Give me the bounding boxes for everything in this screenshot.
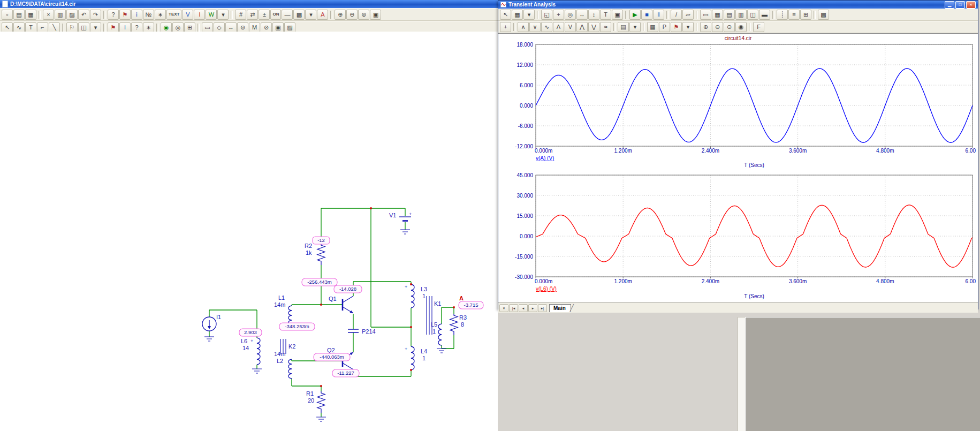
scale-mode[interactable]: ◱ [541, 10, 552, 20]
polygon-tool[interactable]: ▱ [682, 10, 694, 20]
text-mode[interactable]: T [25, 22, 36, 33]
copy[interactable]: ▥ [55, 10, 66, 20]
legend-1[interactable]: v(A) (V) [536, 155, 554, 161]
flag-mode[interactable]: ⚐ [66, 22, 78, 33]
schematic-editor[interactable]: V1 + R2 1k Q1 L1 14m K2 L6 14 I1 P214 Q2… [0, 32, 498, 431]
go-to-dropdown[interactable]: ▾ [629, 22, 641, 32]
resistor-r2[interactable] [317, 244, 325, 265]
text-tool[interactable]: T [600, 10, 611, 20]
node-numbers[interactable]: # [235, 10, 246, 20]
zoom-in[interactable]: ⊕ [700, 22, 711, 32]
resistor-r3[interactable] [450, 314, 458, 335]
undo[interactable]: ↶ [78, 10, 89, 20]
part-probe[interactable]: ◎ [172, 22, 184, 33]
open-file[interactable]: ▤ [13, 10, 25, 20]
node-voltage-l6-top[interactable]: 2.903 [239, 329, 262, 336]
help-mode[interactable]: ? [131, 22, 142, 33]
animate-current[interactable]: I [194, 10, 205, 20]
pin-connections[interactable]: ⊞ [184, 22, 195, 33]
inductor-l5[interactable] [438, 324, 442, 345]
node-voltage-q2-collector[interactable]: -11.227 [332, 369, 359, 377]
component-dropdown[interactable]: ▾ [90, 22, 101, 33]
box-select[interactable]: ▭ [202, 22, 213, 33]
search[interactable]: ⊚ [237, 22, 248, 33]
region-flag[interactable]: ⚑ [108, 22, 119, 33]
inductor-l4[interactable] [411, 346, 414, 370]
layers[interactable]: ▣ [370, 10, 381, 20]
go-to-x[interactable]: ▤ [618, 22, 629, 32]
current-arrows[interactable]: ⇄ [247, 10, 258, 20]
next-slope-up[interactable]: Λ [553, 22, 564, 32]
attributes[interactable]: ∗ [155, 10, 166, 20]
graph-select[interactable]: ▦ [512, 10, 523, 20]
node-voltage-l1-bottom[interactable]: -348.253m [279, 323, 315, 330]
ta-titlebar[interactable]: Transient Analysis ▁□× [498, 1, 978, 9]
single-panel[interactable]: ▭ [700, 10, 711, 20]
schematic-canvas[interactable]: V1 + R2 1k Q1 L1 14m K2 L6 14 I1 P214 Q2… [0, 32, 498, 431]
find-part[interactable]: ? [108, 10, 119, 20]
send-back[interactable]: ▨ [284, 22, 295, 33]
close-button[interactable]: × [966, 1, 976, 9]
power-on[interactable]: ON [270, 10, 281, 20]
transistor-q1[interactable] [343, 296, 353, 313]
vertical-panels[interactable]: ▥ [735, 10, 747, 20]
tab-main[interactable]: Main [549, 304, 571, 312]
bring-front[interactable]: ▣ [272, 22, 284, 33]
autoscale[interactable]: ◉ [735, 22, 747, 32]
component-browser[interactable]: ◫ [78, 22, 89, 33]
pan-tool[interactable]: ◇ [214, 22, 225, 33]
inductor-l1[interactable] [288, 306, 292, 325]
mirror[interactable]: M [249, 22, 260, 33]
wide-panel[interactable]: ▬ [759, 10, 770, 20]
zoom-out[interactable]: ⊖ [712, 22, 723, 32]
picture-tool[interactable]: ▣ [612, 10, 623, 20]
node-voltage-rail[interactable]: -12 [313, 237, 330, 244]
color-palette[interactable]: A [317, 10, 328, 20]
save-file[interactable]: ▦ [25, 10, 36, 20]
graph-dropdown[interactable]: ▾ [523, 10, 535, 20]
waveform-plots[interactable]: circuit14.cir 18.00012.0006.0000.000-6.0… [499, 34, 977, 301]
animate-dropdown[interactable]: ▾ [217, 10, 229, 20]
node-voltage-q1-collector[interactable]: -14.028 [334, 285, 362, 293]
inductor-l6[interactable] [257, 338, 260, 365]
tab-scroll-menu[interactable]: ▾ [499, 304, 508, 312]
point-tag[interactable]: ◎ [565, 10, 576, 20]
tokens[interactable]: ≡ [788, 10, 800, 20]
branch-tag[interactable]: ⚑ [671, 22, 682, 32]
part-numbers[interactable]: № [143, 10, 154, 20]
info-mode[interactable]: i [119, 22, 131, 33]
next-slope-down[interactable]: V [565, 22, 576, 32]
stop[interactable]: ■ [641, 10, 652, 20]
horizontal-panels[interactable]: ▤ [724, 10, 735, 20]
text-box[interactable]: TEXT [166, 10, 181, 20]
select-tool[interactable]: ↖ [500, 10, 511, 20]
next-point[interactable]: ∿ [541, 22, 552, 32]
performance-tag[interactable]: P [659, 22, 670, 32]
node-probe[interactable]: ◉ [161, 22, 172, 33]
resistor-r1[interactable] [317, 391, 325, 413]
zoom-out[interactable]: ⊖ [346, 10, 358, 20]
line-width[interactable]: — [282, 10, 293, 20]
zoom-in[interactable]: ⊕ [335, 10, 346, 20]
plot-area[interactable]: circuit14.cir 18.00012.0006.0000.000-6.0… [498, 33, 978, 303]
overlay-panels[interactable]: ◫ [747, 10, 758, 20]
inductor-l3[interactable] [411, 284, 414, 308]
animate-power[interactable]: W [206, 10, 217, 20]
line-tool[interactable]: / [671, 10, 682, 20]
battery-v1[interactable] [399, 217, 411, 221]
first-page[interactable]: |◂ [509, 304, 518, 312]
maximize-button[interactable]: □ [955, 1, 965, 9]
main-titlebar[interactable]: D:\MC9\DATA\circuit14.cir [0, 0, 498, 8]
plot-properties[interactable]: ▩ [818, 10, 829, 20]
polarity-markers[interactable]: ± [259, 10, 270, 20]
node-voltage-q2-base[interactable]: -440.063m [314, 353, 350, 361]
minimize-button[interactable]: ▁ [945, 1, 954, 9]
disable[interactable]: ⊘ [261, 22, 272, 33]
branch-dropdown[interactable]: ▾ [682, 22, 694, 32]
vertical-tag[interactable]: ↕ [588, 10, 599, 20]
numeric-output[interactable]: ▦ [647, 22, 658, 32]
diagonal-wire-mode[interactable]: ╲ [49, 22, 60, 33]
node-voltage-output[interactable]: -3.715 [459, 301, 483, 309]
preferences[interactable]: ∗ [143, 22, 154, 33]
grid-panels[interactable]: ▦ [712, 10, 723, 20]
